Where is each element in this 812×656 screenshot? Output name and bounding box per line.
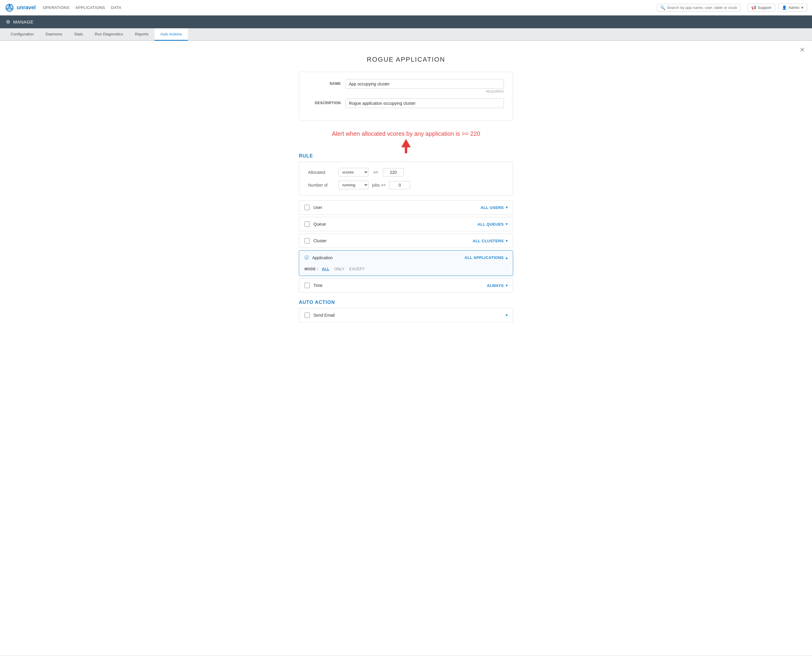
description-label: DESCRIPTION: [308, 99, 341, 105]
svg-point-5: [11, 8, 12, 9]
send-email-left: Send Email: [305, 313, 335, 318]
nav-operations[interactable]: OPERATIONS: [43, 4, 70, 11]
name-input-wrap: REQUIRED: [346, 79, 504, 93]
name-row: NAME REQUIRED: [308, 79, 504, 93]
nav-applications[interactable]: APPLICATIONS: [75, 4, 105, 11]
allocated-select[interactable]: vcores memory: [339, 168, 368, 176]
application-check-icon: ☑: [305, 255, 309, 260]
cluster-chevron-icon: ▾: [506, 239, 508, 243]
filter-application-left: ☑ Application: [305, 255, 333, 260]
queue-chevron-icon: ▾: [506, 222, 508, 226]
filter-queue-left: Queue: [305, 221, 326, 227]
mode-label: MODE :: [305, 267, 318, 271]
time-right[interactable]: ALWAYS ▾: [487, 283, 507, 288]
arrow-up-container: [9, 139, 803, 153]
form-card: NAME REQUIRED DESCRIPTION: [299, 72, 513, 121]
user-right[interactable]: ALL USERS ▾: [481, 205, 507, 210]
support-label: Support: [758, 5, 772, 10]
tab-reports[interactable]: Reports: [129, 28, 155, 41]
brand-name: unravel: [17, 5, 36, 11]
required-text: REQUIRED: [346, 90, 504, 93]
time-chevron-icon: ▾: [506, 283, 508, 288]
application-label: Application: [312, 255, 333, 260]
arrow-up-icon: [401, 139, 411, 153]
tab-auto-actions[interactable]: Auto Actions: [155, 28, 188, 41]
nav-data[interactable]: DATA: [111, 4, 121, 11]
filter-user: User ALL USERS ▾: [299, 200, 513, 215]
rule-header: RULE: [299, 153, 513, 159]
allocated-operator: >=: [372, 170, 379, 175]
support-icon: 📢: [751, 5, 756, 10]
send-email-chevron-icon: ▾: [506, 313, 508, 317]
queue-checkbox[interactable]: [305, 221, 310, 227]
svg-point-3: [9, 5, 11, 6]
search-bar[interactable]: 🔍: [657, 4, 740, 12]
nav-links: OPERATIONS APPLICATIONS DATA: [43, 4, 650, 11]
auto-action-header: AUTO ACTION: [299, 300, 513, 305]
filter-application-top: ☑ Application ALL APPLICATIONS ▴: [299, 251, 513, 265]
cluster-checkbox[interactable]: [305, 238, 310, 243]
send-email-checkbox[interactable]: [305, 313, 310, 318]
allocated-value-input[interactable]: [383, 168, 404, 176]
close-button[interactable]: ✕: [800, 46, 805, 54]
queue-right[interactable]: ALL QUEUES ▾: [478, 222, 507, 226]
user-label: User: [314, 205, 322, 210]
unravel-logo-icon: [5, 3, 14, 12]
description-input[interactable]: [346, 99, 504, 108]
mode-except-option[interactable]: EXCEPT: [348, 266, 366, 271]
filter-application-body: MODE : ALL ONLY EXCEPT: [299, 265, 513, 275]
rule-section: RULE Allocated vcores memory >= Number o…: [299, 153, 513, 195]
time-checkbox[interactable]: [305, 283, 310, 288]
time-label: Time: [314, 283, 323, 288]
jobs-value-input[interactable]: [389, 181, 410, 189]
tab-stats[interactable]: Stats: [68, 28, 89, 41]
number-of-label: Number of: [308, 183, 335, 187]
user-chevron-icon: ▾: [506, 205, 508, 210]
settings-icon: ⚙: [6, 19, 11, 25]
navbar: unravel OPERATIONS APPLICATIONS DATA 🔍 📢…: [0, 0, 812, 15]
description-row: DESCRIPTION: [308, 99, 504, 108]
user-all-label: ALL USERS: [481, 205, 504, 210]
cluster-right[interactable]: ALL CLUSTERS ▾: [473, 239, 507, 243]
name-input[interactable]: [346, 79, 504, 89]
manage-title: MANAGE: [13, 19, 34, 25]
page-title: ROGUE APPLICATION: [9, 56, 803, 63]
admin-label: Admin: [789, 5, 800, 10]
mode-all-option[interactable]: ALL: [320, 266, 330, 271]
tab-daemons[interactable]: Daemons: [40, 28, 68, 41]
support-button[interactable]: 📢 Support: [747, 3, 775, 12]
filter-user-left: User: [305, 205, 322, 210]
navbar-actions: 📢 Support 👤 Admin ▾: [747, 3, 807, 12]
tab-run-diagnostics[interactable]: Run Diagnostics: [89, 28, 129, 41]
allocated-label: Allocated: [308, 170, 335, 175]
send-email-label: Send Email: [314, 313, 335, 317]
filter-cluster: Cluster ALL CLUSTERS ▾: [299, 234, 513, 248]
application-all-label: ALL APPLICATIONS: [465, 255, 504, 260]
filter-time-left: Time: [305, 283, 323, 288]
allocated-row: Allocated vcores memory >=: [308, 168, 504, 176]
search-icon: 🔍: [660, 5, 665, 10]
chevron-down-icon: ▾: [801, 5, 803, 10]
name-label: NAME: [308, 79, 341, 86]
tabs-bar: Configuration Daemons Stats Run Diagnost…: [0, 28, 812, 41]
time-always-label: ALWAYS: [487, 283, 504, 288]
jobs-label: jobs >=: [372, 183, 386, 187]
mode-only-option[interactable]: ONLY: [333, 266, 346, 271]
admin-button[interactable]: 👤 Admin ▾: [778, 3, 807, 12]
application-chevron-icon: ▴: [506, 256, 508, 260]
number-of-row: Number of running pending all jobs >=: [308, 181, 504, 189]
number-select[interactable]: running pending all: [339, 181, 368, 189]
brand-logo[interactable]: unravel: [5, 3, 36, 12]
search-input[interactable]: [667, 5, 737, 10]
auto-action-section: AUTO ACTION Send Email ▾: [299, 300, 513, 322]
tab-configuration[interactable]: Configuration: [5, 28, 40, 41]
send-email-row: Send Email ▾: [299, 308, 513, 322]
user-checkbox[interactable]: [305, 205, 310, 210]
cluster-all-label: ALL CLUSTERS: [473, 239, 504, 243]
application-right[interactable]: ALL APPLICATIONS ▴: [465, 255, 507, 260]
send-email-right[interactable]: ▾: [506, 313, 508, 317]
rule-card: Allocated vcores memory >= Number of run…: [299, 162, 513, 195]
filter-queue: Queue ALL QUEUES ▾: [299, 217, 513, 231]
queue-all-label: ALL QUEUES: [478, 222, 504, 226]
filter-cluster-left: Cluster: [305, 238, 326, 243]
